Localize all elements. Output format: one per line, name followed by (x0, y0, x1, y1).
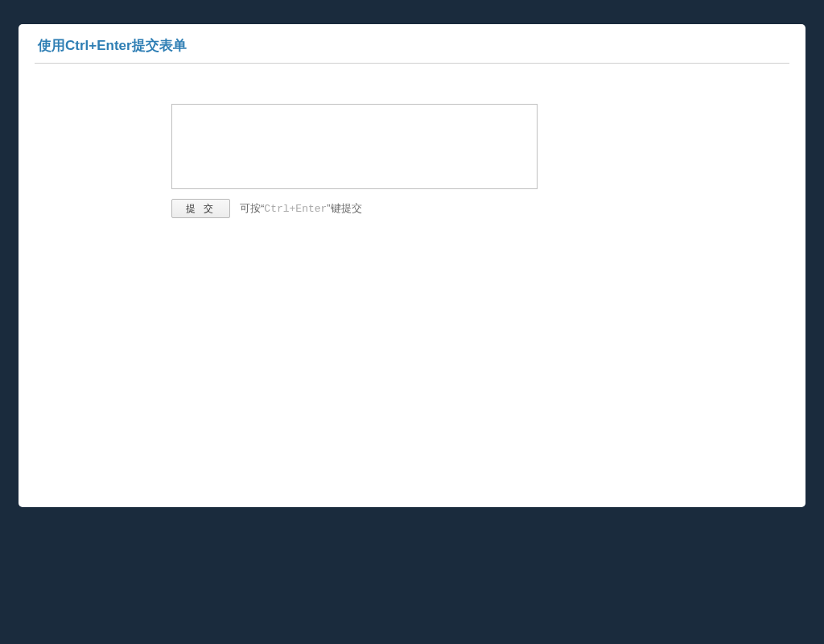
hint-prefix: 可按“ (240, 202, 264, 214)
hint-suffix: ”键提交 (327, 202, 361, 214)
hint-key: Ctrl+Enter (264, 203, 327, 215)
submit-row: 提 交 可按“Ctrl+Enter”键提交 (171, 199, 789, 218)
submit-button[interactable]: 提 交 (171, 199, 230, 218)
main-panel: 使用Ctrl+Enter提交表单 提 交 可按“Ctrl+Enter”键提交 (19, 24, 805, 507)
content-textarea[interactable] (171, 104, 538, 189)
page-title: 使用Ctrl+Enter提交表单 (35, 36, 789, 64)
hint-text: 可按“Ctrl+Enter”键提交 (240, 201, 362, 216)
form-area: 提 交 可按“Ctrl+Enter”键提交 (171, 104, 789, 218)
